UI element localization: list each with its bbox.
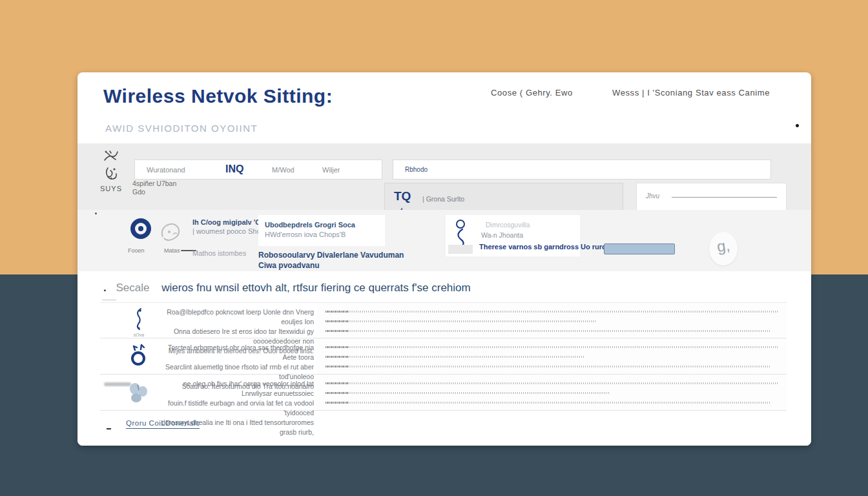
circle-arrows-icon xyxy=(126,342,152,371)
item-detail-panel xyxy=(316,303,787,338)
heading-text: wieros fnu wnsil ettovh alt, rtfsur fier… xyxy=(161,282,471,294)
signal-icon xyxy=(103,165,119,182)
tq-icon: TQ xyxy=(394,189,411,203)
form-band: SUYS Wuratonand INQ M/Wod Wiljer Rbhodo … xyxy=(78,143,811,210)
dialog-subtitle: AWID SVHIODITON OYOIINT xyxy=(105,123,258,134)
info-card-2: Dimrcosguvilla Wa-n Jhoanta Therese varn… xyxy=(446,215,580,256)
footer-link[interactable]: Qroru CoiLDonenaIc xyxy=(126,419,200,429)
info-bold-line2: Ciwa pvoadvanu xyxy=(258,260,404,271)
ssid-input[interactable]: Rbhodo xyxy=(393,160,771,180)
primary-button[interactable] xyxy=(604,243,675,254)
dotted-line xyxy=(326,330,771,332)
antenna-icon xyxy=(103,149,119,164)
form-caption: 4spiñer U7ban Gdo xyxy=(132,180,176,196)
sidebar-label: SUYS xyxy=(92,185,130,192)
info-card2-line2: Wa-n Jhoanta xyxy=(481,231,523,239)
page-title: Wireless Netvok Sitting: xyxy=(103,85,333,107)
detail-rows: sOva Roa@Iblepdfco pokncowt loerp Uonle … xyxy=(100,302,787,411)
field-label-2: INQ xyxy=(225,163,243,175)
heading-bullet: . xyxy=(103,282,107,294)
item-detail-panel xyxy=(316,338,787,374)
dotted-line xyxy=(326,311,778,313)
dotted-line xyxy=(326,382,778,384)
item-detail-panel xyxy=(316,375,787,410)
g-glyph-icon: g, xyxy=(716,236,731,256)
field-label-3: M/Wod xyxy=(272,166,294,174)
icon-strip xyxy=(448,245,473,254)
info-card-1: Ubodbepdrels Grogri Soca HWd'errosn iova… xyxy=(258,215,385,246)
ssid-input-label: Rbhodo xyxy=(405,166,428,173)
mode-toggle-panel[interactable]: TQ | Grona Surlto xyxy=(384,183,623,213)
wireless-settings-dialog: Wireless Netvok Sitting: Coose ( Gehry. … xyxy=(78,72,811,446)
info-card1-line2: HWd'errosn iova Chops'B xyxy=(265,230,378,240)
menu-item-close[interactable]: Coose ( Gehry. Ewo xyxy=(491,88,573,98)
caption-line-2: Gdo xyxy=(132,188,176,196)
status-dot-icon xyxy=(796,124,799,127)
dotted-line xyxy=(326,356,584,358)
dotted-line xyxy=(326,346,778,348)
info-col1-line3: Mathos istombes xyxy=(192,249,246,258)
list-item: sOva Roa@Iblepdfco pokncowt loerp Uonle … xyxy=(100,302,787,338)
info-card2-bold: Therese varnos sb garndross Uo rurdo: xyxy=(479,243,613,251)
sidebar-icon-cluster: SUYS xyxy=(92,147,130,192)
heading-prefix: Secale xyxy=(116,282,149,294)
section-heading: . Secale wieros fnu wnsil ettovh alt, rt… xyxy=(103,282,471,294)
value-field-underline xyxy=(672,197,777,198)
value-field-label: Jhvu xyxy=(646,192,659,200)
dotted-line xyxy=(326,402,771,404)
caption-line-1: 4spiñer U7ban xyxy=(132,180,176,188)
details-section: . Secale wieros fnu wnsil ettovh alt, rt… xyxy=(78,271,811,446)
clef-icon: sOva xyxy=(126,307,152,335)
footer-tick-icon xyxy=(107,428,111,429)
info-bold-line1: Robosooularvy Divalerlane Vavuduman xyxy=(258,250,404,260)
dotted-line xyxy=(326,366,771,367)
list-item: ne oleg ob fivs ihar' oorga veonolor inl… xyxy=(100,375,787,411)
icon-caption: sOva xyxy=(126,333,152,337)
info-card1-line1: Ubodbepdrels Grogri Soca xyxy=(265,220,378,230)
dotted-line xyxy=(326,392,610,394)
field-label-1: Wuratonand xyxy=(147,166,185,174)
target-ring-label: Fooen xyxy=(128,247,145,254)
desktop-background: Wireless Netvok Sitting: Coose ( Gehry. … xyxy=(0,0,868,496)
field-label-4: Wiljer xyxy=(322,166,340,174)
info-bold-text: Robosooularvy Divalerlane Vavuduman Ciwa… xyxy=(258,250,404,271)
network-field-row[interactable]: Wuratonand INQ M/Wod Wiljer xyxy=(134,160,382,180)
blob-icon xyxy=(126,378,152,407)
dotted-line xyxy=(326,320,597,322)
mode-toggle-label: | Grona Surlto xyxy=(422,195,464,203)
info-band: Fooen Matas Ih C/oog migipalv 'Ookripg |… xyxy=(78,210,811,271)
info-card2-line1: Dimrcosguvilla xyxy=(486,221,530,229)
heading-tick xyxy=(102,300,116,300)
marker-dot-icon xyxy=(95,212,97,214)
list-item: Torcteal erhgmetust obr olara sas therdh… xyxy=(100,338,787,375)
menu-item-wireless[interactable]: Wesss | I 'Sconiang Stav eass Canime xyxy=(612,88,770,98)
ghost-label: Matas xyxy=(164,247,180,254)
ghost-scribble-icon xyxy=(156,219,185,245)
smudge-icon xyxy=(104,382,131,386)
value-field[interactable]: Jhvu xyxy=(636,183,787,213)
g-badge: g, xyxy=(709,232,738,265)
target-ring-icon xyxy=(130,218,151,239)
